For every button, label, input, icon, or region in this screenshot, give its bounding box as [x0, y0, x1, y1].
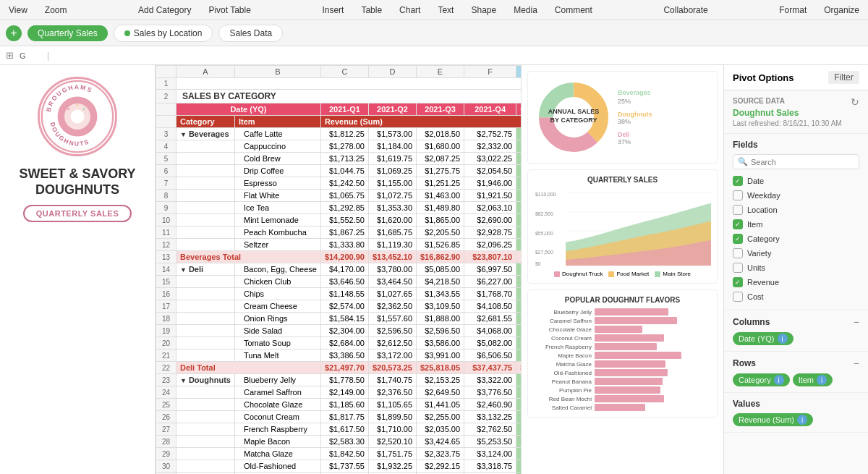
- refresh-icon[interactable]: ↻: [851, 96, 859, 108]
- field-checkbox-variety[interactable]: [733, 248, 743, 258]
- menu-text[interactable]: Text: [435, 4, 456, 17]
- menu-insert[interactable]: Insert: [319, 4, 346, 17]
- menu-media[interactable]: Media: [511, 4, 540, 17]
- field-label-item: Item: [747, 220, 762, 229]
- rows-title: Rows: [733, 358, 756, 368]
- bar-label: Blueberry Jelly: [534, 309, 592, 316]
- menu-collaborate[interactable]: Collaborate: [660, 4, 710, 17]
- table-row: 24 Caramel Saffron $2,149.00$2,376.50$2,…: [156, 386, 522, 399]
- bar-label: Old-Fashioned: [534, 370, 592, 376]
- main-content: BROUGHAMS DOUGHNUTS SWEET & SAVORY DOUGH…: [0, 65, 868, 474]
- menu-zoom[interactable]: Zoom: [42, 4, 70, 17]
- values-revenue-pill[interactable]: Revenue (Sum) i: [733, 413, 813, 426]
- col-header-f[interactable]: F: [464, 66, 516, 78]
- field-checkbox-revenue[interactable]: [733, 277, 743, 287]
- add-sheet-button[interactable]: +: [6, 25, 22, 41]
- col-header-a[interactable]: A: [176, 66, 235, 78]
- field-checkbox-location[interactable]: [733, 205, 743, 215]
- rows-category-info-icon[interactable]: i: [774, 375, 784, 385]
- filter-button[interactable]: Filter: [828, 71, 859, 84]
- quarterly-badge: QUARTERLY SALES: [23, 205, 132, 222]
- menu-organize[interactable]: Organize: [821, 4, 862, 17]
- header-q2: 2021-Q2: [368, 103, 416, 116]
- menu-table[interactable]: Table: [358, 4, 385, 17]
- bar-fill: [595, 395, 664, 402]
- table-row: 18 Onion Rings $1,584.15$1,557.60$1,888.…: [156, 313, 522, 325]
- table-row: 8 Flat White $1,065.75$1,072.75$1,463.00…: [156, 190, 522, 202]
- fields-title: Fields: [733, 140, 758, 150]
- menu-format[interactable]: Format: [776, 4, 809, 17]
- rows-item-pill[interactable]: Item i: [793, 373, 833, 386]
- legend-item-truck: Doughnut Truck: [554, 271, 603, 277]
- table-row: 30 Old-Fashioned $1,737.55$1,932.25$2,29…: [156, 460, 522, 473]
- col-header-d[interactable]: D: [368, 66, 416, 78]
- rows-category-pill[interactable]: Category i: [733, 373, 790, 386]
- table-row: 4 Cappuccino $1,278.00$1,184.00$1,680.00…: [156, 140, 522, 153]
- col-header-g[interactable]: G: [516, 66, 521, 78]
- menu-comment[interactable]: Comment: [552, 4, 595, 17]
- header-date: Date (YQ): [176, 103, 321, 116]
- area-chart-title: QUARTERLY SALES: [534, 176, 711, 184]
- table-row: 17 Cream Cheese $2,574.00$2,362.50$3,109…: [156, 300, 522, 313]
- col-header-c[interactable]: C: [320, 66, 368, 78]
- area-chart-legend: Doughnut Truck Food Market Main Store: [534, 271, 711, 277]
- values-info-icon[interactable]: i: [797, 415, 807, 425]
- col-header-b[interactable]: B: [234, 66, 320, 78]
- donut-chart-svg: ANNUAL SALES BY CATEGORY: [534, 77, 613, 157]
- bar-fill: [595, 317, 677, 324]
- field-label-variety: Variety: [747, 249, 771, 258]
- field-checkbox-date[interactable]: [733, 176, 743, 186]
- last-refreshed: Last refreshed: 8/16/21, 10:30 AM: [733, 119, 859, 127]
- field-checkbox-units[interactable]: [733, 263, 743, 273]
- svg-text:$110,000: $110,000: [535, 192, 556, 197]
- svg-point-6: [67, 108, 70, 111]
- menu-add-category[interactable]: Add Category: [135, 4, 194, 17]
- bar-fill: [595, 334, 664, 342]
- field-item-units: Units: [733, 261, 859, 275]
- columns-info-icon[interactable]: i: [778, 334, 788, 344]
- field-item-variety: Variety: [733, 246, 859, 261]
- menu-shape[interactable]: Shape: [468, 4, 499, 17]
- table-row: 19 Side Salad $2,304.00$2,596.50$2,596.5…: [156, 325, 522, 337]
- field-checkbox-cost[interactable]: [733, 292, 743, 302]
- field-checkbox-item[interactable]: [733, 219, 743, 229]
- menu-view[interactable]: View: [6, 4, 30, 17]
- source-name[interactable]: Doughnut Sales: [733, 108, 859, 118]
- tab-quarterly-sales[interactable]: Quarterly Sales: [27, 25, 108, 41]
- values-pills: Revenue (Sum) i: [733, 413, 859, 426]
- columns-collapse-btn[interactable]: −: [854, 316, 859, 328]
- tab-sales-by-location[interactable]: Sales by Location: [114, 25, 213, 42]
- menu-chart[interactable]: Chart: [396, 4, 423, 17]
- col-header-e[interactable]: E: [417, 66, 464, 78]
- table-row: 6 Drip Coffee $1,044.75$1,069.25$1,275.7…: [156, 165, 522, 177]
- table-row: 9 Ice Tea $1,292.85$1,353.30$1,489.80$2,…: [156, 202, 522, 214]
- search-input[interactable]: [751, 158, 854, 166]
- cell-reference: G: [20, 51, 41, 60]
- bar-fill: [595, 404, 645, 411]
- values-title: Values: [733, 399, 760, 409]
- table-row: 26 Coconut Cream $1,817.75$1,899.50$2,25…: [156, 411, 522, 423]
- bar-fill: [595, 378, 663, 385]
- svg-text:BY CATEGORY: BY CATEGORY: [550, 117, 597, 124]
- table-row: 7 Espresso $1,242.50$1,155.00$1,251.25$1…: [156, 177, 522, 190]
- field-item-location: Location: [733, 203, 859, 217]
- rows-section: Rows − Category i Item i: [724, 352, 868, 393]
- field-checkbox-category[interactable]: [733, 234, 743, 244]
- menu-pivot-table[interactable]: Pivot Table: [205, 4, 253, 17]
- field-label-units: Units: [747, 263, 765, 272]
- spreadsheet-area[interactable]: A B C D E F G 1 2 SALES BY CATEGORY: [156, 65, 521, 474]
- area-chart-container: QUARTERLY SALES $110,000 $82,500 $55,000…: [527, 169, 718, 284]
- bar-row: Matcha Glaze: [534, 360, 711, 368]
- columns-section: Columns − Date (YQ) i: [724, 310, 868, 352]
- svg-text:$27,500: $27,500: [535, 250, 553, 255]
- columns-date-yq-pill[interactable]: Date (YQ) i: [733, 332, 793, 345]
- bar-fill: [595, 369, 668, 376]
- tab-sales-data[interactable]: Sales Data: [218, 25, 283, 42]
- table-row: 15 Chicken Club $3,646.50$3,464.50$4,218…: [156, 276, 522, 288]
- field-label-date: Date: [747, 177, 764, 185]
- table-row: 3 ▼Beverages Caffe Latte $1,812.25 $1,57…: [156, 128, 522, 140]
- rows-item-info-icon[interactable]: i: [817, 375, 827, 385]
- fields-search[interactable]: 🔍: [733, 154, 859, 169]
- rows-collapse-btn[interactable]: −: [854, 357, 859, 369]
- field-checkbox-weekday[interactable]: [733, 190, 743, 200]
